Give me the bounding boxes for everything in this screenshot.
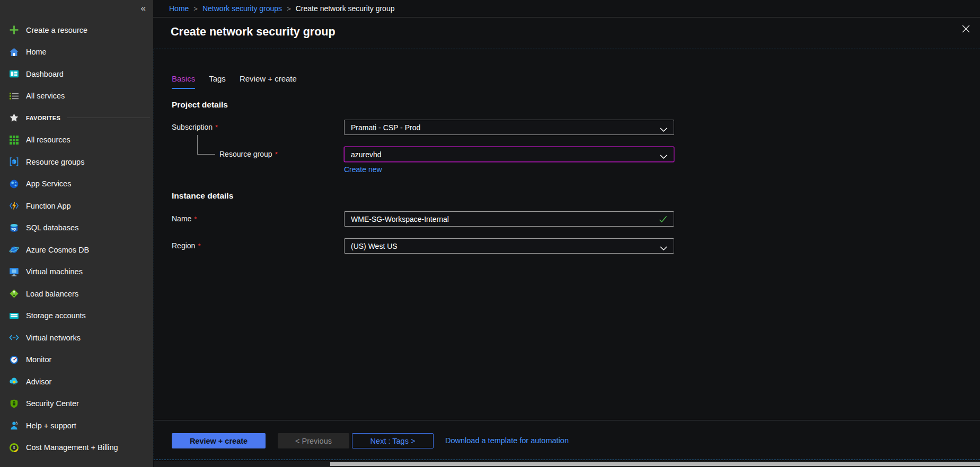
dashboard-icon	[9, 69, 19, 79]
instance-details-heading: Instance details	[172, 191, 233, 201]
sidebar-item-label: Home	[26, 48, 47, 56]
help-support-icon	[9, 420, 19, 430]
sidebar: « Create a resource Home Dashboard All s…	[0, 0, 153, 467]
chevron-down-icon	[660, 125, 667, 134]
sidebar-item-sql-databases[interactable]: SQL SQL databases	[0, 217, 153, 239]
resource-group-select[interactable]: azurevhd	[344, 147, 674, 162]
sidebar-item-monitor[interactable]: Monitor	[0, 349, 153, 371]
cost-management-icon: $	[9, 443, 19, 453]
breadcrumb-separator-icon: >	[193, 5, 198, 13]
function-app-icon	[9, 201, 19, 211]
sidebar-item-label: Cost Management + Billing	[26, 443, 118, 452]
sidebar-item-label: App Services	[26, 179, 71, 188]
next-tags-button[interactable]: Next : Tags >	[352, 433, 434, 448]
sidebar-section-label: FAVORITES	[26, 115, 60, 121]
sidebar-item-label: Load balancers	[26, 290, 78, 298]
region-label: Region*	[172, 238, 200, 254]
tab-tags[interactable]: Tags	[209, 74, 226, 89]
sidebar-item-all-services[interactable]: All services	[0, 85, 153, 107]
close-icon[interactable]	[960, 23, 972, 37]
sidebar-item-label: Help + support	[26, 421, 76, 430]
breadcrumb-nsg-link[interactable]: Network security groups	[202, 4, 282, 13]
sidebar-collapse-button[interactable]: «	[141, 3, 146, 14]
breadcrumb-separator-icon: >	[287, 5, 291, 13]
resource-group-label: Resource group*	[219, 147, 278, 162]
sidebar-item-label: Function App	[26, 202, 71, 210]
name-label: Name*	[172, 211, 197, 227]
horizontal-scrollbar-thumb[interactable]	[330, 462, 980, 466]
sidebar-item-label: Virtual networks	[26, 334, 81, 342]
sidebar-item-security-center[interactable]: Security Center	[0, 393, 153, 415]
resource-group-row: Resource group* azurevhd	[154, 147, 980, 162]
subscription-label: Subscription*	[172, 120, 218, 135]
required-asterisk: *	[198, 242, 200, 250]
advisor-icon	[9, 376, 19, 387]
sidebar-item-virtual-networks[interactable]: Virtual networks	[0, 327, 153, 349]
sidebar-item-help-support[interactable]: Help + support	[0, 415, 153, 437]
sidebar-item-function-app[interactable]: Function App	[0, 195, 153, 217]
create-nsg-panel: Basics Tags Review + create Project deta…	[154, 49, 980, 460]
resource-group-value: azurevhd	[351, 150, 382, 159]
review-create-button[interactable]: Review + create	[172, 433, 266, 448]
sidebar-item-create-a-resource[interactable]: Create a resource	[0, 19, 153, 41]
sidebar-item-label: Create a resource	[26, 26, 87, 34]
sidebar-item-dashboard[interactable]: Dashboard	[0, 63, 153, 85]
name-value: WME-SG-Workspace-Internal	[351, 215, 449, 223]
chevron-down-icon	[660, 244, 667, 253]
download-template-link[interactable]: Download a template for automation	[445, 433, 569, 448]
name-row: Name* WME-SG-Workspace-Internal	[154, 211, 980, 227]
all-services-icon	[9, 91, 19, 101]
sidebar-item-label: Azure Cosmos DB	[26, 246, 89, 254]
storage-accounts-icon	[9, 311, 19, 321]
subscription-value: Pramati - CSP - Prod	[351, 123, 420, 132]
sidebar-item-virtual-machines[interactable]: Virtual machines	[0, 261, 153, 283]
star-icon	[9, 113, 19, 123]
sidebar-item-label: Dashboard	[26, 70, 64, 78]
load-balancers-icon	[9, 289, 19, 299]
sidebar-item-label: Advisor	[26, 378, 51, 386]
sql-databases-icon: SQL	[9, 223, 19, 233]
sidebar-item-storage-accounts[interactable]: Storage accounts	[0, 305, 153, 327]
chevron-down-icon	[660, 152, 667, 161]
previous-button[interactable]: < Previous	[278, 433, 349, 448]
sidebar-item-app-services[interactable]: App Services	[0, 173, 153, 195]
sidebar-nav: Create a resource Home Dashboard All ser…	[0, 19, 153, 459]
sidebar-item-azure-cosmos-db[interactable]: Azure Cosmos DB	[0, 239, 153, 261]
virtual-networks-icon	[9, 333, 19, 343]
sidebar-item-label: Monitor	[26, 355, 51, 364]
create-new-link[interactable]: Create new	[344, 165, 382, 174]
resource-groups-icon	[9, 157, 19, 167]
breadcrumb-home-link[interactable]: Home	[169, 4, 189, 13]
breadcrumb: Home > Network security groups > Create …	[153, 0, 980, 17]
grid-icon	[9, 135, 19, 145]
sidebar-item-label: All services	[26, 92, 65, 100]
sidebar-item-label: SQL databases	[26, 223, 78, 232]
sidebar-item-label: All resources	[26, 136, 70, 144]
sidebar-item-label: Security Center	[26, 399, 79, 408]
sidebar-item-advisor[interactable]: Advisor	[0, 371, 153, 393]
tab-review-create[interactable]: Review + create	[240, 74, 297, 89]
valid-check-icon	[659, 215, 667, 224]
tab-bar: Basics Tags Review + create	[172, 74, 297, 89]
sidebar-item-label: Virtual machines	[26, 267, 83, 276]
favorites-divider	[67, 118, 150, 118]
required-asterisk: *	[215, 123, 218, 131]
sidebar-item-home[interactable]: Home	[0, 41, 153, 64]
sidebar-item-resource-groups[interactable]: Resource groups	[0, 151, 153, 173]
required-asterisk: *	[194, 215, 197, 223]
sidebar-item-cost-management-billing[interactable]: $ Cost Management + Billing	[0, 437, 153, 459]
name-input[interactable]: WME-SG-Workspace-Internal	[344, 211, 674, 227]
sidebar-item-label: Resource groups	[26, 158, 84, 166]
virtual-machines-icon	[9, 267, 19, 277]
sidebar-item-all-resources[interactable]: All resources	[0, 129, 153, 151]
tab-basics[interactable]: Basics	[172, 74, 195, 89]
svg-text:$: $	[13, 445, 15, 450]
region-select[interactable]: (US) West US	[344, 238, 674, 254]
subscription-select[interactable]: Pramati - CSP - Prod	[344, 120, 674, 135]
cosmos-db-icon	[9, 245, 19, 255]
breadcrumb-current-page: Create network security group	[296, 4, 395, 13]
subscription-row: Subscription* Pramati - CSP - Prod	[154, 120, 980, 135]
required-asterisk: *	[275, 150, 278, 158]
region-value: (US) West US	[351, 242, 398, 250]
sidebar-item-load-balancers[interactable]: Load balancers	[0, 283, 153, 305]
